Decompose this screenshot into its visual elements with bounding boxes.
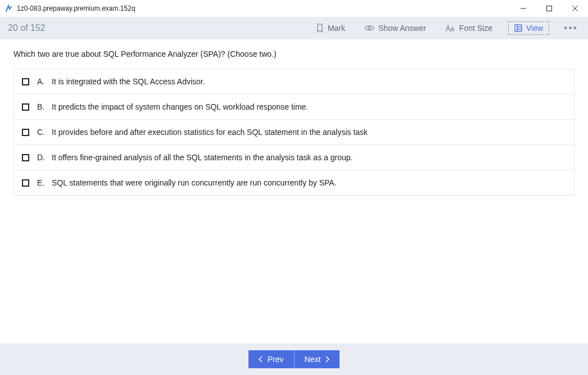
option-text: It provides before and after execution s… bbox=[52, 128, 368, 137]
content-area: Which two are true about SQL Performance… bbox=[0, 39, 588, 344]
prev-button[interactable]: Prev bbox=[248, 350, 295, 368]
app-icon bbox=[4, 4, 13, 13]
option-row[interactable]: B.It predicts the impact of system chang… bbox=[14, 94, 574, 120]
option-letter: D. bbox=[37, 153, 46, 162]
chevron-right-icon bbox=[325, 356, 329, 363]
titlebar: 1z0-083.prepaway.premium.exam.152q bbox=[0, 0, 588, 17]
checkbox[interactable] bbox=[22, 103, 29, 111]
option-row[interactable]: D.It offers fine-grained analysis of all… bbox=[14, 145, 574, 170]
footer: Prev Next bbox=[0, 344, 588, 375]
bookmark-icon bbox=[316, 24, 324, 33]
checkbox[interactable] bbox=[22, 154, 29, 161]
option-row[interactable]: C.It provides before and after execution… bbox=[14, 120, 574, 145]
progress-indicator: 20 of 152 bbox=[8, 23, 46, 33]
font-size-button[interactable]: Font Size bbox=[442, 21, 496, 35]
more-button[interactable]: ••• bbox=[562, 22, 580, 34]
view-icon bbox=[514, 24, 522, 32]
minimize-button[interactable] bbox=[510, 0, 536, 17]
option-letter: A. bbox=[37, 77, 46, 86]
svg-point-4 bbox=[368, 27, 370, 29]
show-answer-label: Show Answer bbox=[378, 24, 426, 33]
next-label: Next bbox=[305, 355, 321, 364]
question-text: Which two are true about SQL Performance… bbox=[13, 49, 575, 58]
mark-button[interactable]: Mark bbox=[313, 21, 349, 35]
prev-label: Prev bbox=[268, 355, 284, 364]
mark-label: Mark bbox=[328, 24, 345, 33]
view-button[interactable]: View bbox=[508, 21, 549, 35]
font-size-label: Font Size bbox=[459, 24, 492, 33]
option-letter: E. bbox=[37, 178, 46, 187]
font-size-icon bbox=[445, 24, 455, 32]
svg-rect-1 bbox=[547, 6, 552, 11]
checkbox[interactable] bbox=[22, 78, 29, 85]
options-list: A.It is integrated with the SQL Access A… bbox=[13, 69, 575, 196]
option-row[interactable]: A.It is integrated with the SQL Access A… bbox=[14, 69, 574, 94]
window-title: 1z0-083.prepaway.premium.exam.152q bbox=[17, 4, 135, 12]
checkbox[interactable] bbox=[22, 129, 29, 136]
option-text: It is integrated with the SQL Access Adv… bbox=[52, 77, 205, 86]
show-answer-button[interactable]: Show Answer bbox=[361, 21, 429, 35]
window-controls bbox=[510, 0, 588, 17]
chevron-left-icon bbox=[259, 356, 263, 363]
option-letter: C. bbox=[37, 128, 46, 137]
maximize-button[interactable] bbox=[536, 0, 562, 17]
checkbox[interactable] bbox=[22, 179, 29, 187]
next-button[interactable]: Next bbox=[295, 350, 340, 368]
toolbar: 20 of 152 Mark Show Answer Font Size Vie… bbox=[0, 17, 588, 39]
view-label: View bbox=[526, 24, 543, 33]
option-row[interactable]: E.SQL statements that were originally ru… bbox=[14, 170, 574, 195]
option-text: SQL statements that were originally run … bbox=[52, 178, 337, 187]
close-button[interactable] bbox=[562, 0, 588, 17]
eye-icon bbox=[364, 25, 374, 31]
option-text: It offers fine-grained analysis of all t… bbox=[52, 153, 352, 162]
option-letter: B. bbox=[37, 102, 46, 111]
option-text: It predicts the impact of system changes… bbox=[52, 102, 308, 111]
svg-rect-5 bbox=[515, 25, 522, 31]
